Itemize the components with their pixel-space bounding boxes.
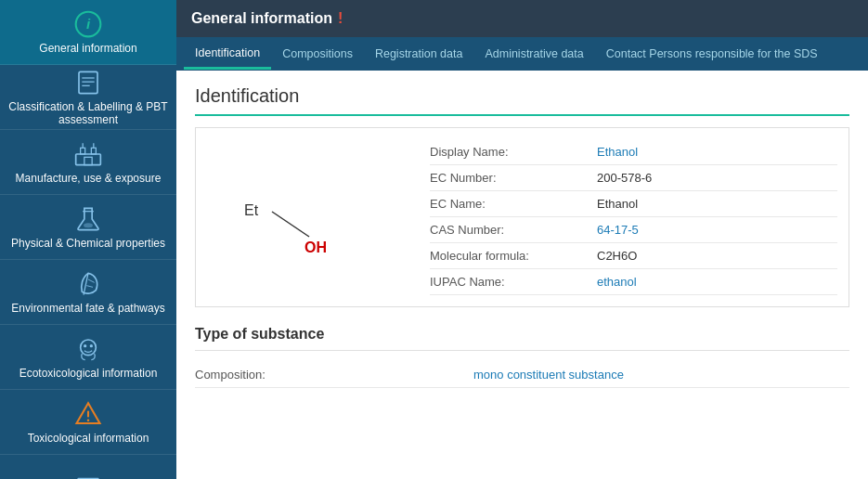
sidebar-item-more[interactable] <box>0 455 176 479</box>
sidebar-item-general-info[interactable]: i General information <box>0 0 176 65</box>
field-ec-name: EC Name: Ethanol <box>430 191 837 217</box>
sidebar-item-label: Environmental fate & pathways <box>11 302 164 315</box>
more-icon <box>71 469 105 480</box>
field-display-name: Display Name: Ethanol <box>430 139 837 165</box>
sidebar-item-manufacture[interactable]: Manufacture, use & exposure <box>0 130 176 195</box>
substance-section: Type of substance Composition: mono cons… <box>195 326 849 388</box>
svg-point-17 <box>81 340 97 356</box>
composition-row: Composition: mono constituent substance <box>195 362 849 388</box>
tab-registration[interactable]: Registration data <box>364 40 474 68</box>
field-value-iupac-name[interactable]: ethanol <box>597 275 637 289</box>
sidebar: i General information Classification & L… <box>0 0 176 479</box>
svg-point-19 <box>90 344 93 347</box>
svg-line-26 <box>272 212 309 237</box>
field-label-ec-number: EC Number: <box>430 171 597 185</box>
field-label-molecular-formula: Molecular formula: <box>430 249 597 263</box>
svg-point-13 <box>84 223 93 227</box>
sidebar-item-label: Ecotoxicological information <box>19 367 158 380</box>
sidebar-item-physical[interactable]: Physical & Chemical properties <box>0 195 176 260</box>
label-icon <box>71 69 105 97</box>
main-header-title: General information <box>191 10 332 27</box>
field-ec-number: EC Number: 200-578-6 <box>430 165 837 191</box>
sidebar-item-ecotoxicological[interactable]: Ecotoxicological information <box>0 325 176 390</box>
tab-compositions[interactable]: Compositions <box>271 40 364 68</box>
eco-icon <box>71 335 105 363</box>
field-label-cas-number: CAS Number: <box>430 223 597 237</box>
svg-text:OH: OH <box>304 240 327 255</box>
field-value-ec-number: 200-578-6 <box>597 171 652 185</box>
composition-label: Composition: <box>195 368 473 382</box>
field-label-display-name: Display Name: <box>430 145 597 159</box>
fields-table: Display Name: Ethanol EC Number: 200-578… <box>430 139 837 295</box>
tab-contact[interactable]: Contact Persons responsible for the SDS <box>595 40 829 68</box>
sidebar-item-environmental[interactable]: Environmental fate & pathways <box>0 260 176 325</box>
sidebar-item-label: Classification & Labelling & PBT assessm… <box>7 100 169 126</box>
sidebar-item-label: Physical & Chemical properties <box>11 237 165 250</box>
factory-icon <box>71 140 105 168</box>
info-icon: i <box>71 10 105 38</box>
svg-line-16 <box>86 285 93 287</box>
identification-box: Et OH Display Name: Ethanol EC Number: 2… <box>195 127 849 307</box>
sidebar-item-label: Manufacture, use & exposure <box>16 172 162 185</box>
svg-rect-8 <box>91 148 96 154</box>
section-title: Identification <box>195 85 849 116</box>
tab-bar: Identification Compositions Registration… <box>176 37 868 71</box>
svg-rect-6 <box>76 154 101 165</box>
svg-rect-2 <box>79 71 97 93</box>
field-value-ec-name: Ethanol <box>597 197 638 211</box>
composition-value[interactable]: mono constituent substance <box>473 368 624 382</box>
warning-icon <box>71 400 105 428</box>
header-indicator: ! <box>338 10 343 27</box>
svg-point-18 <box>84 344 86 347</box>
main-header: General information ! <box>176 0 868 37</box>
molecule-diagram: Et OH <box>207 139 411 288</box>
field-label-iupac-name: IUPAC Name: <box>430 275 597 289</box>
substance-section-title: Type of substance <box>195 326 849 351</box>
field-value-molecular-formula: C2H6O <box>597 249 637 263</box>
flask-icon <box>71 205 105 233</box>
tab-identification[interactable]: Identification <box>184 39 271 70</box>
tab-administrative[interactable]: Administrative data <box>473 40 594 68</box>
sidebar-item-toxicological[interactable]: Toxicological information <box>0 390 176 455</box>
svg-point-21 <box>87 419 90 421</box>
sidebar-item-label: General information <box>39 42 136 55</box>
svg-rect-11 <box>84 157 92 164</box>
field-value-display-name[interactable]: Ethanol <box>597 145 638 159</box>
svg-text:Et: Et <box>244 202 259 218</box>
main-content: General information ! Identification Com… <box>176 0 868 479</box>
field-label-ec-name: EC Name: <box>430 197 597 211</box>
field-molecular-formula: Molecular formula: C2H6O <box>430 243 837 269</box>
field-cas-number: CAS Number: 64-17-5 <box>430 217 837 243</box>
svg-rect-7 <box>81 148 85 154</box>
field-iupac-name: IUPAC Name: ethanol <box>430 269 837 295</box>
leaf-icon <box>71 270 105 298</box>
sidebar-item-classification[interactable]: Classification & Labelling & PBT assessm… <box>0 65 176 130</box>
field-value-cas-number[interactable]: 64-17-5 <box>597 223 639 237</box>
svg-line-15 <box>88 279 95 282</box>
sidebar-item-label: Toxicological information <box>28 432 149 445</box>
content-area: Identification Et OH Display Name: Ethan… <box>176 71 868 479</box>
svg-text:i: i <box>86 16 91 32</box>
